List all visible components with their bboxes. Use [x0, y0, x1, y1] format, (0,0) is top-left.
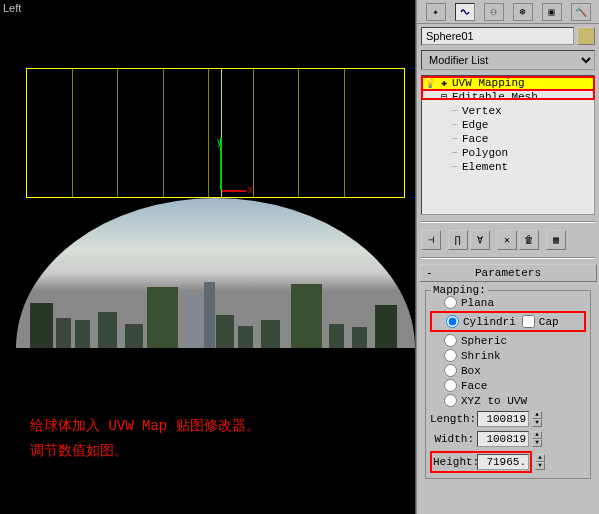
length-input[interactable]: [477, 411, 529, 427]
create-tab[interactable]: ✦: [426, 3, 446, 21]
stack-item-editable-mesh[interactable]: ⊟ Editable Mesh: [422, 90, 594, 104]
pin-stack-icon[interactable]: ⊣: [421, 230, 441, 250]
object-color-swatch[interactable]: [577, 27, 595, 45]
object-name-input[interactable]: [421, 27, 574, 45]
mapping-group-label: Mapping:: [431, 284, 488, 296]
command-panel: ✦ ⚇ ⊛ ▣ 🔨 Modifier List 💡 ✚ UVW Mapping: [416, 0, 599, 514]
plus-icon[interactable]: ✚: [438, 77, 450, 89]
height-up[interactable]: ▲: [535, 454, 545, 462]
command-tabs: ✦ ⚇ ⊛ ▣ 🔨: [417, 0, 599, 24]
width-input[interactable]: [477, 431, 529, 447]
stack-item-uvw-mapping[interactable]: 💡 ✚ UVW Mapping: [422, 76, 594, 90]
radio-box[interactable]: Box: [430, 363, 586, 378]
display-tab[interactable]: ▣: [542, 3, 562, 21]
minus-box-icon[interactable]: ⊟: [438, 91, 450, 103]
cap-checkbox[interactable]: [522, 315, 535, 328]
rollout-header[interactable]: - Parameters: [419, 264, 597, 282]
utilities-tab[interactable]: 🔨: [571, 3, 591, 21]
radio-planar[interactable]: Plana: [430, 295, 586, 310]
height-down[interactable]: ▼: [535, 462, 545, 470]
hierarchy-tab[interactable]: ⚇: [484, 3, 504, 21]
stack-sub-polygon[interactable]: ┈Polygon: [422, 146, 594, 160]
configure-icon[interactable]: ▦: [546, 230, 566, 250]
length-spinner: Length: ▲▼: [430, 410, 586, 428]
modifier-list-dropdown[interactable]: Modifier List: [421, 50, 595, 70]
make-unique-icon[interactable]: ∀: [470, 230, 490, 250]
stack-sub-element[interactable]: ┈Element: [422, 160, 594, 174]
stack-sub-edge[interactable]: ┈Edge: [422, 118, 594, 132]
trash-icon[interactable]: 🗑: [519, 230, 539, 250]
bulb-icon: 💡: [424, 77, 436, 89]
width-down[interactable]: ▼: [532, 439, 542, 447]
width-spinner: Width: ▲▼: [430, 430, 586, 448]
radio-face[interactable]: Face: [430, 378, 586, 393]
viewport-left[interactable]: Left: [0, 0, 416, 514]
stack-toolbar: ⊣ ∏ ∀ ✕ 🗑 ▦: [417, 226, 599, 254]
length-up[interactable]: ▲: [532, 411, 542, 419]
uvw-gizmo[interactable]: [26, 68, 405, 198]
viewport-label: Left: [3, 2, 21, 14]
length-down[interactable]: ▼: [532, 419, 542, 427]
modify-tab[interactable]: [455, 3, 475, 21]
remove-mod-icon[interactable]: ✕: [497, 230, 517, 250]
dome-sphere: [16, 198, 415, 348]
radio-shrink[interactable]: Shrink: [430, 348, 586, 363]
annotation-text: 给球体加入 UVW Map 贴图修改器。 调节数值如图。: [30, 414, 260, 464]
height-input[interactable]: [477, 454, 529, 470]
radio-spherical[interactable]: Spheric: [430, 333, 586, 348]
height-spinner: Height: ▲▼: [430, 450, 586, 474]
stack-sub-vertex[interactable]: ┈Vertex: [422, 104, 594, 118]
stack-sub-face[interactable]: ┈Face: [422, 132, 594, 146]
radio-cylindrical[interactable]: Cylindri Cap: [432, 314, 584, 329]
motion-tab[interactable]: ⊛: [513, 3, 533, 21]
show-result-icon[interactable]: ∏: [448, 230, 468, 250]
scene: y x: [16, 68, 415, 364]
radio-xyz[interactable]: XYZ to UVW: [430, 393, 586, 408]
width-up[interactable]: ▲: [532, 431, 542, 439]
rollout-parameters: - Parameters Mapping: Plana Cylindri Cap: [419, 264, 597, 483]
modifier-stack[interactable]: 💡 ✚ UVW Mapping ⊟ Editable Mesh ┈Vertex …: [421, 75, 595, 215]
